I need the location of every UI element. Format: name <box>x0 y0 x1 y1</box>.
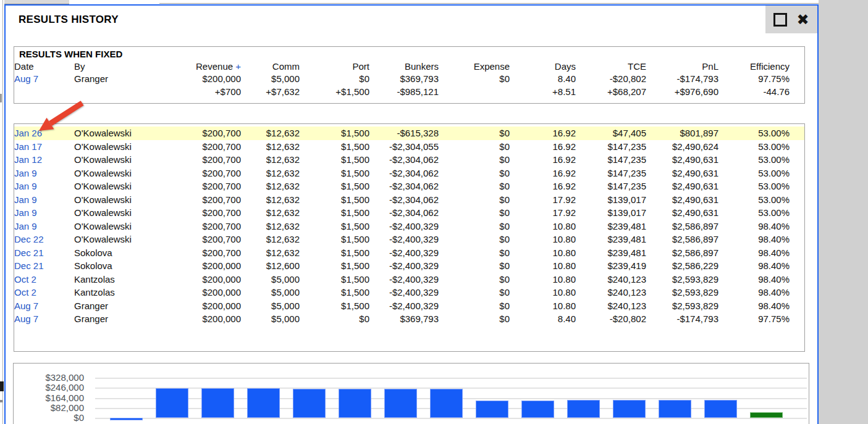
history-comm-cell: $5,000 <box>241 312 300 326</box>
history-date-link[interactable]: Aug 7 <box>14 301 38 311</box>
history-date-cell: Dec 21 <box>14 246 74 260</box>
history-port-cell: $1,500 <box>300 273 369 286</box>
history-pnl-cell: $2,490,631 <box>646 153 718 167</box>
page-backdrop-fragment <box>0 94 2 102</box>
col-header-port: Port <box>300 60 369 72</box>
history-bunkers-cell: -$2,304,062 <box>369 206 439 220</box>
annotation-arrow-icon <box>34 100 90 137</box>
col-header-efficiency: Efficiency <box>718 60 790 72</box>
history-comm-cell: $12,632 <box>241 206 300 220</box>
filler-cell <box>790 127 804 140</box>
history-days-cell: 8.40 <box>510 312 576 326</box>
filler-cell <box>790 193 804 207</box>
table-row: Aug 7Granger$200,000$5,000$1,500-$2,400,… <box>14 299 804 313</box>
chart-bar <box>704 400 737 418</box>
history-date-link[interactable]: Aug 7 <box>14 314 38 324</box>
history-efficiency-cell: 98.40% <box>718 220 790 233</box>
history-pnl-cell: $2,490,631 <box>646 167 718 180</box>
results-when-fixed-table: Date By Revenue + Comm Port Bunkers Expe… <box>14 60 804 98</box>
history-expense-cell: $0 <box>439 246 510 260</box>
table-row: Jan 9O'Kowalewski$200,700$12,632$1,500-$… <box>14 180 804 193</box>
history-days-cell: 16.92 <box>510 180 576 193</box>
table-row: Oct 2Kantzolas$200,000$5,000$1,500-$2,40… <box>14 286 804 299</box>
filler-cell <box>790 246 804 260</box>
chart-bar <box>521 401 554 418</box>
results-history-dialog: RESULTS HISTORY ✖ RESULTS WHEN FIXED Dat… <box>4 4 819 424</box>
col-header-revenue-label: Revenue <box>196 61 233 72</box>
history-comm-cell: $12,632 <box>241 140 300 154</box>
history-expense-cell: $0 <box>439 286 510 299</box>
filler-cell <box>790 153 804 167</box>
history-by-cell: O'Kowalewski <box>74 193 158 207</box>
close-icon[interactable]: ✖ <box>796 13 809 27</box>
history-efficiency-cell: 98.40% <box>718 246 790 260</box>
history-date-link[interactable]: Jan 12 <box>14 154 42 165</box>
maximize-icon[interactable] <box>773 13 787 27</box>
chart-bar <box>613 400 646 418</box>
delta-bunkers-cell: -$985,121 <box>369 85 439 98</box>
history-efficiency-cell: 98.40% <box>718 286 790 299</box>
history-date-link[interactable]: Jan 9 <box>14 168 37 178</box>
chart-bar <box>384 389 417 418</box>
history-table: Jan 26O'Kowalewski$200,700$12,632$1,500-… <box>14 127 804 326</box>
history-port-cell: $1,500 <box>300 206 369 220</box>
history-tce-cell: $139,017 <box>576 206 646 220</box>
history-date-link[interactable]: Oct 2 <box>14 287 36 297</box>
history-days-cell: 16.92 <box>510 140 576 154</box>
history-revenue-cell: $200,000 <box>158 286 241 299</box>
chart-bar <box>567 400 600 418</box>
history-date-link[interactable]: Jan 9 <box>14 194 37 205</box>
dialog-title: RESULTS HISTORY <box>19 14 119 26</box>
filler-cell <box>790 312 804 326</box>
history-comm-cell: $5,000 <box>241 286 300 299</box>
history-efficiency-cell: 98.40% <box>718 299 790 313</box>
fixed-expense-cell: $0 <box>439 72 510 85</box>
table-row: Jan 9O'Kowalewski$200,700$12,632$1,500-$… <box>14 167 804 180</box>
history-date-cell: Dec 21 <box>14 259 74 273</box>
history-expense-cell: $0 <box>439 259 510 273</box>
history-revenue-cell: $200,700 <box>158 193 241 207</box>
history-port-cell: $1,500 <box>300 233 369 246</box>
table-row: Dec 21Sokolova$200,700$12,632$1,500-$2,4… <box>14 246 804 260</box>
history-date-cell: Jan 9 <box>14 206 74 220</box>
history-pnl-cell: $2,586,897 <box>646 220 718 233</box>
col-header-expense: Expense <box>439 60 510 72</box>
history-date-link[interactable]: Dec 21 <box>14 260 44 271</box>
history-date-link[interactable]: Jan 9 <box>14 207 37 218</box>
history-date-link[interactable]: Jan 9 <box>14 181 37 191</box>
chart-bar <box>339 389 371 418</box>
history-date-link[interactable]: Oct 2 <box>14 274 36 285</box>
history-date-cell: Jan 9 <box>14 167 74 180</box>
history-date-cell: Jan 9 <box>14 220 74 233</box>
history-bunkers-cell: -$2,400,329 <box>369 233 439 246</box>
chart-bar <box>201 388 234 418</box>
sort-indicator[interactable]: + <box>235 61 241 72</box>
history-by-cell: Granger <box>74 299 158 313</box>
history-by-cell: Granger <box>74 312 158 326</box>
chart-gridline <box>95 378 807 379</box>
history-date-link[interactable]: Jan 17 <box>14 141 42 152</box>
history-days-cell: 10.80 <box>510 259 576 273</box>
history-tce-cell: $147,235 <box>576 167 646 180</box>
col-header-revenue[interactable]: Revenue + <box>158 60 241 72</box>
history-bunkers-cell: -$2,304,055 <box>369 140 439 154</box>
history-by-cell: O'Kowalewski <box>74 140 158 154</box>
history-expense-cell: $0 <box>439 153 510 167</box>
history-expense-cell: $0 <box>439 140 510 154</box>
history-revenue-cell: $200,700 <box>158 180 241 193</box>
filler-cell <box>790 140 804 154</box>
fixed-date-link[interactable]: Aug 7 <box>14 73 38 84</box>
y-axis-tick-label: $164,000 <box>14 393 84 403</box>
history-tce-cell: $240,123 <box>576 299 646 313</box>
history-pnl-cell: $2,490,631 <box>646 206 718 220</box>
history-date-link[interactable]: Dec 22 <box>14 234 44 244</box>
fixed-delta-row: +$700 +$7,632 +$1,500 -$985,121 +8.51 +$… <box>14 85 804 98</box>
history-pnl-cell: $2,490,631 <box>646 180 718 193</box>
fixed-by-cell: Granger <box>74 72 158 85</box>
history-by-cell: O'Kowalewski <box>74 153 158 167</box>
history-date-link[interactable]: Jan 9 <box>14 221 37 231</box>
history-date-link[interactable]: Dec 21 <box>14 247 44 258</box>
history-days-cell: 16.92 <box>510 127 576 140</box>
history-port-cell: $1,500 <box>300 167 369 180</box>
history-bunkers-cell: -$2,400,329 <box>369 286 439 299</box>
